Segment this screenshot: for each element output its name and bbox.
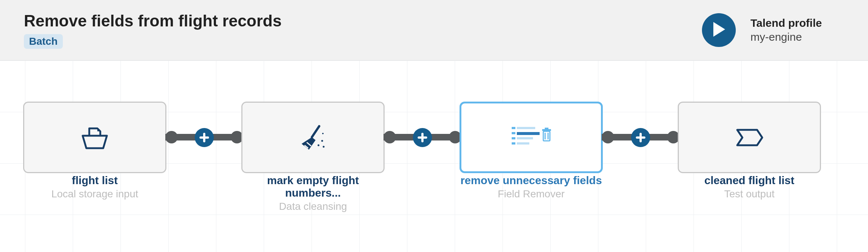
file-tray-icon <box>78 121 111 154</box>
pipeline-node[interactable] <box>23 102 166 173</box>
node-subtype: Local storage input <box>23 188 166 200</box>
pipeline-node[interactable] <box>678 102 821 173</box>
svg-rect-14 <box>512 142 515 145</box>
pipeline-node[interactable] <box>241 102 385 173</box>
mode-badge: Batch <box>24 34 63 49</box>
svg-rect-12 <box>512 137 515 139</box>
node-subtype: Test output <box>678 188 821 200</box>
node-name: flight list <box>23 174 166 187</box>
pipeline-node-label: cleaned flight list Test output <box>678 174 821 200</box>
node-subtype: Field Remover <box>460 188 603 200</box>
node-name: cleaned flight list <box>678 174 821 187</box>
svg-rect-15 <box>517 142 529 145</box>
svg-marker-0 <box>713 22 725 37</box>
svg-point-6 <box>318 144 320 146</box>
profile-label: Talend profile <box>750 17 846 29</box>
svg-line-2 <box>312 126 319 137</box>
field-remove-icon <box>511 125 551 150</box>
bookmark-out-icon <box>733 125 766 150</box>
svg-rect-11 <box>517 132 540 135</box>
svg-rect-18 <box>545 128 548 129</box>
play-icon <box>713 22 725 38</box>
title-block: Remove fields from flight records Batch <box>24 11 702 49</box>
page-title: Remove fields from flight records <box>24 11 702 31</box>
node-name: remove unnecessary fields <box>460 174 603 187</box>
broom-icon <box>296 121 329 154</box>
svg-rect-9 <box>517 127 535 129</box>
svg-rect-13 <box>517 137 533 139</box>
pipeline-node-label: mark empty flight numbers... Data cleans… <box>241 174 385 212</box>
add-processor-button[interactable] <box>631 128 650 147</box>
run-button[interactable] <box>702 13 736 47</box>
svg-point-5 <box>321 140 323 142</box>
profile-block[interactable]: Talend profile my-engine <box>750 17 846 43</box>
header-bar: Remove fields from flight records Batch … <box>0 0 868 61</box>
profile-value: my-engine <box>750 31 846 43</box>
node-name: mark empty flight numbers... <box>241 174 385 199</box>
svg-rect-8 <box>512 127 515 129</box>
node-subtype: Data cleansing <box>241 201 385 212</box>
pipeline-node[interactable] <box>460 102 603 173</box>
pipeline-canvas[interactable]: flight list Local storage input mark emp… <box>0 61 868 252</box>
pipeline-node-label: flight list Local storage input <box>23 174 166 200</box>
svg-point-7 <box>323 146 325 147</box>
add-processor-button[interactable] <box>195 128 214 147</box>
pipeline-node-label: remove unnecessary fields Field Remover <box>460 174 603 200</box>
svg-rect-10 <box>512 132 515 134</box>
add-processor-button[interactable] <box>413 128 432 147</box>
svg-rect-16 <box>543 131 550 141</box>
